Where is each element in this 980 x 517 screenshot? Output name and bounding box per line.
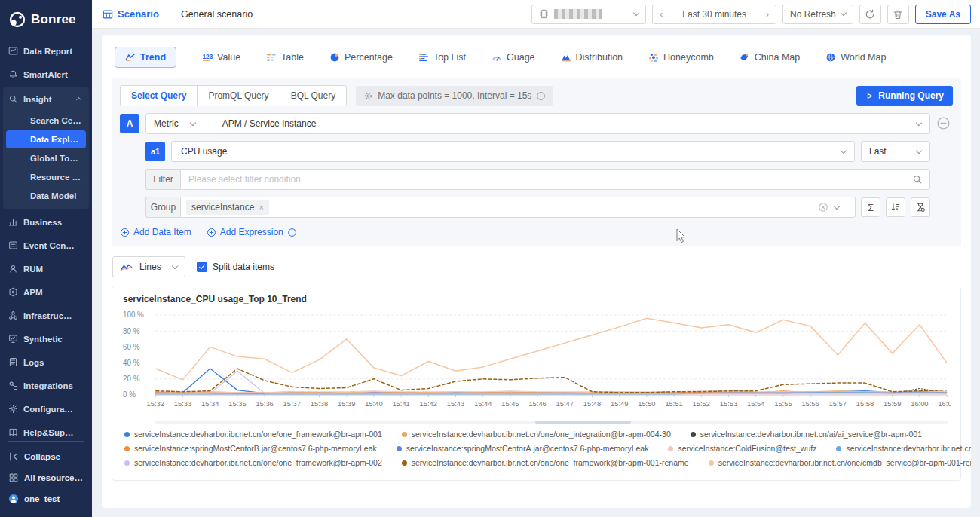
sidebar-footer-icon	[8, 451, 19, 462]
masked-dropdown[interactable]	[531, 5, 646, 24]
view-tabs: Trend Value Table Percentage	[112, 44, 961, 78]
legend-label: serviceInstance:ColdFusion@test_wufz	[678, 444, 816, 453]
tab-value[interactable]: Value	[202, 47, 240, 67]
scenario-menu[interactable]: Scenario	[103, 8, 159, 20]
chevron-down-icon	[189, 119, 195, 125]
sidebar-item-global-topology[interactable]: Global Topology	[6, 149, 86, 167]
sidebar-item-infrastructure[interactable]: Infrastructure	[0, 304, 92, 327]
sidebar-user[interactable]: one_test	[8, 488, 84, 509]
tab-top-list[interactable]: Top List	[418, 47, 466, 67]
sidebar-item-icon	[8, 287, 18, 297]
add-data-item-button[interactable]: Add Data Item	[120, 227, 191, 237]
sidebar-item-event-center[interactable]: Event Center	[0, 234, 92, 257]
legend-item[interactable]: serviceInstance:devharbor.ibr.net.cn/one…	[124, 430, 382, 439]
svg-text:15:36: 15:36	[256, 399, 273, 408]
sidebar-item-data-model[interactable]: Data Model	[6, 187, 86, 205]
sidebar-all-resources[interactable]: All resources(...	[8, 467, 84, 488]
legend-item[interactable]: serviceInstance:devharbor.ibr.net.cn/one…	[402, 430, 671, 439]
tab-bql-query[interactable]: BQL Query	[280, 86, 347, 106]
chart-type-select[interactable]: Lines	[112, 256, 185, 277]
sidebar-item-business[interactable]: Business	[0, 210, 92, 234]
sidebar-item-rum[interactable]: RUM	[0, 257, 92, 280]
tab-honeycomb[interactable]: Honeycomb	[648, 47, 714, 67]
legend-label: serviceInstance:springMostCentorA.jar@ce…	[406, 444, 649, 453]
tab-promql-query[interactable]: PromQL Query	[198, 86, 280, 106]
sidebar-item-integrations[interactable]: Integrations	[0, 374, 92, 397]
metric-field[interactable]: CPU usage	[171, 141, 855, 162]
sidebar-item-icon	[8, 217, 18, 227]
legend-item[interactable]: serviceInstance:devharbor.ibr.net.cn/one…	[402, 458, 689, 467]
trash-icon	[893, 9, 903, 20]
add-expression-button[interactable]: Add Expression	[207, 227, 297, 237]
sidebar-item-icon	[8, 427, 18, 437]
sidebar-item-logs[interactable]: Logs	[0, 350, 92, 374]
sidebar-item-configuration[interactable]: Configuration	[0, 397, 92, 421]
legend-item[interactable]: serviceInstance:devharbor.ibr.net.cn/ai/…	[836, 444, 971, 453]
hourglass-icon	[915, 202, 926, 213]
sidebar-item-icon	[8, 334, 18, 344]
clear-circle-icon[interactable]	[818, 202, 828, 213]
running-query-button[interactable]: Running Query	[856, 86, 953, 106]
tab-distribution[interactable]: Distribution	[561, 47, 623, 67]
tab-select-query[interactable]: Select Query	[121, 86, 198, 106]
split-data-items-toggle[interactable]: Split data items	[197, 262, 274, 272]
sidebar-footer-icon	[8, 473, 19, 483]
legend-item[interactable]: serviceInstance:springMostCentorA.jar@ce…	[397, 444, 649, 453]
brand-logo[interactable]: Bonree	[0, 0, 92, 38]
tab-guage[interactable]: Guage	[492, 47, 535, 67]
svg-text:20 %: 20 %	[123, 375, 140, 383]
legend-item[interactable]: serviceInstance:devharbor.ibr.net.cn/one…	[709, 458, 971, 467]
delete-button[interactable]	[887, 5, 909, 24]
query-settings-pill[interactable]: Max data points = 1000, Interval = 15s	[356, 86, 553, 106]
time-range-next-button[interactable]: ›	[759, 9, 776, 20]
sidebar-item-data-explorer[interactable]: Data Explorer	[6, 130, 86, 148]
sidebar-collapse-button[interactable]: Collapse	[8, 446, 84, 467]
legend-row: serviceInstance:devharbor.ibr.net.cn/one…	[124, 430, 951, 439]
tab-world-map[interactable]: World Map	[825, 47, 886, 67]
tab-trend[interactable]: Trend	[115, 47, 176, 68]
tab-table[interactable]: Table	[266, 47, 304, 67]
time-range-prev-button[interactable]: ‹	[653, 9, 669, 20]
time-window-button[interactable]	[911, 197, 930, 217]
trend-chart[interactable]: 0 %20 %40 %60 %80 %100 %15:3215:3315:341…	[121, 306, 951, 419]
plus-circle-icon	[207, 228, 216, 237]
sidebar-item-insight[interactable]: Insight	[3, 87, 89, 111]
scrollbar-thumb[interactable]	[535, 421, 630, 424]
svg-text:15:53: 15:53	[720, 399, 737, 408]
legend-dot-icon	[402, 460, 407, 466]
time-range-value[interactable]: Last 30 minutes	[675, 5, 754, 23]
sidebar-item-synthetic[interactable]: Synthetic	[0, 327, 92, 350]
sidebar-item-search-center[interactable]: Search Center	[6, 112, 86, 130]
sidebar-item-data-report[interactable]: Data Report	[0, 39, 92, 63]
legend-dot-icon	[402, 432, 407, 437]
group-input[interactable]: serviceInstance ×	[180, 197, 856, 218]
legend-item[interactable]: serviceInstance:ColdFusion@test_wufz	[668, 444, 816, 453]
sort-button[interactable]	[886, 197, 905, 217]
legend-item[interactable]: serviceInstance:devharbor.ibr.net.cn/ai/…	[691, 430, 922, 439]
legend-item[interactable]: serviceInstance:springMostCentorB.jar@ce…	[124, 444, 377, 453]
tab-percentage[interactable]: Percentage	[329, 47, 393, 67]
aggregate-sigma-button[interactable]: Σ	[861, 197, 880, 217]
trend-chart-panel: serviceInstance_CPU usage_Top 10_Trend 0…	[112, 286, 961, 481]
sidebar-item-resource-system[interactable]: Resource System	[6, 168, 86, 186]
sidebar-item-help-support[interactable]: Help&Support	[0, 421, 92, 441]
metric-source-value: APM / Service Instance	[213, 118, 917, 129]
checkbox-checked-icon[interactable]	[197, 262, 207, 272]
legend-label: serviceInstance:springMostCentorB.jar@ce…	[134, 444, 377, 453]
tag-remove-icon[interactable]: ×	[259, 203, 263, 212]
sidebar-item-apm[interactable]: APM	[0, 280, 92, 304]
save-as-button[interactable]: Save As	[915, 5, 971, 24]
chart-scrollbar[interactable]	[155, 421, 948, 424]
legend-item[interactable]: serviceInstance:devharbor.ibr.net.cn/one…	[124, 458, 382, 467]
svg-text:15:55: 15:55	[774, 399, 792, 408]
metric-source-field[interactable]: Metric APM / Service Instance	[145, 113, 930, 134]
remove-query-button[interactable]	[936, 116, 951, 130]
tab-china-map[interactable]: China Map	[740, 47, 800, 67]
aggregation-select[interactable]: Last	[861, 141, 930, 162]
sidebar-item-smartalert[interactable]: SmartAlert	[0, 63, 92, 86]
refresh-button[interactable]	[859, 5, 881, 24]
view-tab-icon	[266, 52, 277, 63]
filter-input[interactable]: Please select filter condition	[180, 169, 930, 190]
info-icon	[287, 228, 297, 237]
refresh-mode-select[interactable]: No Refresh	[782, 5, 853, 24]
